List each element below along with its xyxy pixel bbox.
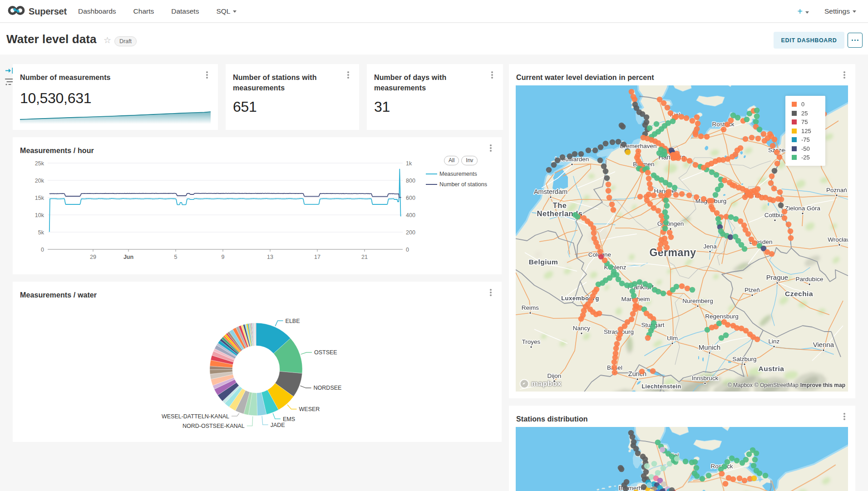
station-dot[interactable]: [742, 246, 748, 252]
station-dot[interactable]: [753, 119, 759, 125]
station-dot[interactable]: [683, 459, 689, 465]
station-dot[interactable]: [769, 251, 775, 257]
station-dot[interactable]: [645, 335, 651, 341]
station-dot[interactable]: [611, 207, 616, 213]
superset-logo[interactable]: [8, 5, 25, 18]
station-dot[interactable]: [769, 174, 775, 179]
station-dot[interactable]: [668, 110, 674, 116]
station-dot[interactable]: [665, 105, 671, 111]
station-dot[interactable]: [596, 282, 602, 288]
station-dot[interactable]: [743, 457, 749, 463]
station-dot[interactable]: [778, 203, 784, 208]
station-dot[interactable]: [572, 151, 578, 157]
station-dot[interactable]: [629, 317, 635, 322]
station-dot[interactable]: [698, 134, 704, 139]
station-dot[interactable]: [772, 137, 778, 143]
station-dot[interactable]: [730, 476, 736, 482]
station-dot[interactable]: [630, 434, 636, 440]
station-dot[interactable]: [647, 283, 653, 289]
station-dot[interactable]: [641, 484, 647, 490]
station-dot[interactable]: [609, 202, 615, 208]
station-dot[interactable]: [604, 175, 610, 181]
station-dot[interactable]: [779, 197, 784, 203]
station-dot[interactable]: [664, 203, 670, 209]
station-dot[interactable]: [749, 135, 755, 141]
station-dot[interactable]: [592, 236, 597, 242]
station-dot[interactable]: [610, 139, 616, 145]
station-dot[interactable]: [661, 481, 667, 487]
nav-item-sql[interactable]: SQL: [207, 0, 245, 23]
station-dot[interactable]: [693, 162, 699, 168]
station-dot[interactable]: [754, 451, 760, 456]
water-donut-chart[interactable]: ELBEOSTSEENORDSEEWESEREMSJADENORD-OSTSEE…: [13, 282, 502, 442]
station-dot[interactable]: [660, 447, 666, 453]
station-dot[interactable]: [755, 136, 761, 142]
station-dot[interactable]: [586, 148, 592, 154]
station-dot[interactable]: [694, 114, 700, 120]
station-dot[interactable]: [670, 119, 676, 124]
favorite-star-icon[interactable]: ☆: [104, 35, 111, 45]
station-dot[interactable]: [632, 281, 638, 287]
settings-menu-button[interactable]: Settings: [824, 7, 856, 15]
station-dot[interactable]: [714, 210, 720, 216]
map-legend-item[interactable]: -25: [792, 153, 825, 162]
station-dot[interactable]: [635, 451, 641, 456]
station-dot[interactable]: [645, 170, 651, 176]
station-dot[interactable]: [658, 193, 664, 198]
station-dot[interactable]: [613, 351, 619, 357]
station-dot[interactable]: [572, 212, 578, 218]
station-dot[interactable]: [774, 149, 780, 155]
station-dot[interactable]: [555, 158, 561, 164]
station-dot[interactable]: [668, 234, 674, 240]
station-dot[interactable]: [629, 89, 635, 95]
station-dot[interactable]: [598, 144, 604, 150]
station-dot[interactable]: [752, 240, 758, 246]
attrib-osm[interactable]: © OpenStreetMap: [755, 382, 799, 388]
station-dot[interactable]: [701, 196, 707, 202]
waterchart-menu-button[interactable]: [487, 288, 494, 297]
attrib-improve-link[interactable]: Improve this map: [800, 382, 845, 388]
station-dot[interactable]: [560, 154, 566, 160]
station-dot[interactable]: [661, 466, 666, 471]
station-dot[interactable]: [686, 193, 692, 198]
station-dot[interactable]: [597, 311, 602, 317]
station-dot[interactable]: [603, 141, 609, 147]
map2-menu-button[interactable]: [841, 412, 848, 421]
station-dot[interactable]: [675, 154, 681, 159]
station-dot[interactable]: [597, 158, 603, 164]
station-dot[interactable]: [772, 168, 778, 174]
station-dot[interactable]: [757, 127, 763, 133]
legend-item-measurements[interactable]: Measurements: [426, 169, 487, 179]
station-dot[interactable]: [685, 286, 690, 292]
station-dot[interactable]: [597, 249, 603, 255]
station-dot[interactable]: [723, 332, 729, 338]
station-dot[interactable]: [755, 186, 761, 192]
station-dot[interactable]: [768, 180, 774, 186]
station-dot[interactable]: [754, 114, 760, 119]
station-dot[interactable]: [632, 97, 638, 103]
station-dot[interactable]: [666, 192, 672, 198]
station-dot[interactable]: [581, 215, 587, 221]
station-dot[interactable]: [694, 194, 700, 200]
station-dot[interactable]: [650, 368, 656, 374]
station-dot[interactable]: [651, 461, 657, 467]
station-dot[interactable]: [690, 287, 695, 293]
station-dot[interactable]: [664, 214, 670, 220]
new-menu-button[interactable]: +: [797, 6, 809, 17]
station-dot[interactable]: [714, 172, 720, 178]
station-dot[interactable]: [723, 481, 729, 487]
stations-map[interactable]: KielRostockBremerhaven: [516, 427, 848, 491]
station-dot[interactable]: [601, 164, 607, 169]
station-dot[interactable]: [620, 124, 626, 130]
station-dot[interactable]: [788, 228, 794, 234]
station-dot[interactable]: [603, 169, 609, 174]
mapbox-logo[interactable]: mapbox: [519, 379, 562, 389]
series-line-measurements[interactable]: [49, 169, 401, 232]
dashboard-more-button[interactable]: [848, 33, 863, 48]
station-dot[interactable]: [656, 289, 661, 295]
station-dot[interactable]: [648, 186, 654, 192]
station-dot[interactable]: [656, 208, 661, 214]
station-dot[interactable]: [655, 470, 661, 476]
station-dot[interactable]: [700, 476, 705, 482]
station-dot[interactable]: [690, 118, 695, 124]
